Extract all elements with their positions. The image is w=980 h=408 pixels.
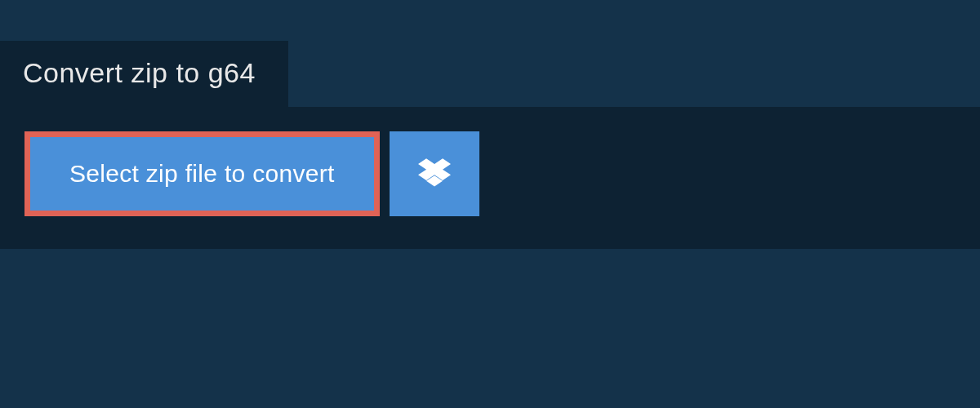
dropbox-icon xyxy=(418,156,451,192)
select-file-button[interactable]: Select zip file to convert xyxy=(24,131,380,216)
button-row: Select zip file to convert xyxy=(24,131,956,216)
select-file-label: Select zip file to convert xyxy=(69,160,335,188)
converter-panel: Select zip file to convert xyxy=(0,107,980,249)
tab-label: Convert zip to g64 xyxy=(23,57,256,88)
dropbox-button[interactable] xyxy=(390,131,479,216)
tab-convert[interactable]: Convert zip to g64 xyxy=(0,41,288,107)
tab-bar: Convert zip to g64 xyxy=(0,0,980,107)
